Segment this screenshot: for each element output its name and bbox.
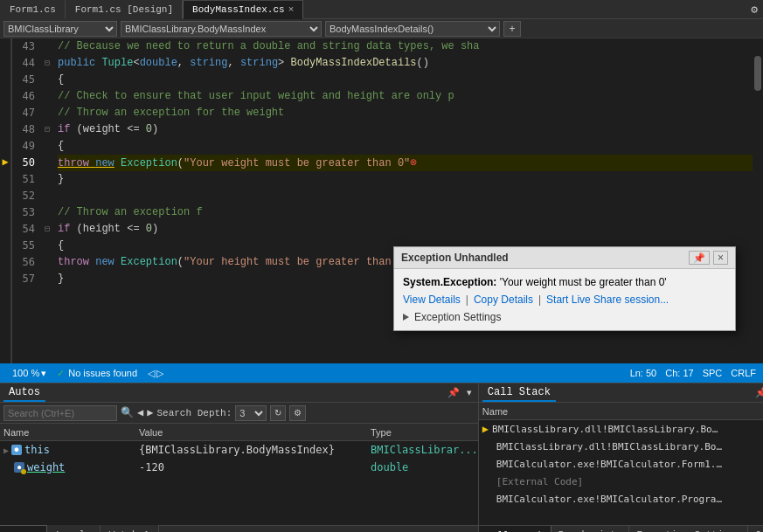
pin-autos-button[interactable]: 📌 — [445, 386, 462, 399]
code-line-50: throw new Exception("Your weight must be… — [58, 155, 753, 171]
search-icon[interactable]: 🔍 — [121, 406, 134, 419]
exception-settings-row: Exception Settings — [403, 311, 726, 323]
vertical-scrollbar[interactable] — [753, 38, 763, 363]
nav-next-icon[interactable]: ▷ — [156, 368, 163, 379]
tab-callstack[interactable]: Call Stack — [479, 525, 551, 532]
code-line-46: // Check to ensure that user input weigh… — [58, 88, 753, 105]
cell-type-this: BMIClassLibrar... — [367, 444, 478, 456]
autos-panel: Autos 📌 ▾ 🔍 ◀ ▶ Search Depth: 3 ↻ ⚙ Name… — [0, 383, 479, 532]
copy-details-link[interactable]: Copy Details — [474, 294, 533, 306]
add-bookmark-button[interactable]: + — [503, 21, 521, 37]
callstack-title: Call Stack — [482, 384, 556, 402]
cs-row-2[interactable]: BMICalculator.exe!BMICalculator.Form1.ca… — [479, 455, 763, 473]
cs-arrow-icon: ▶ — [482, 423, 489, 435]
cs-bottom-tabs: Call Stack Breakpoints Exception Setting… — [479, 525, 763, 532]
exception-controls: 📌 × — [689, 251, 728, 265]
code-line-52 — [58, 188, 753, 204]
status-bar: 100 % ▾ ✓ No issues found ◁ ▷ Ln: 50 Ch:… — [0, 363, 763, 383]
expand-this-icon[interactable]: ▶ — [3, 446, 9, 455]
col-type-header: Type — [367, 427, 478, 438]
nav-prev-icon[interactable]: ◁ — [148, 368, 155, 379]
exception-type: System.Exception: — [403, 276, 496, 288]
exception-header: Exception Unhandled 📌 × — [394, 247, 735, 269]
status-right: Ln: 50 Ch: 17 SPC CRLF — [630, 368, 756, 378]
tab-breakpoints[interactable]: Breakpoints — [551, 525, 630, 532]
tab-comm[interactable]: Comm — [748, 525, 763, 532]
issues-indicator[interactable]: ✓ No issues found — [52, 368, 142, 379]
cs-row-1[interactable]: BMIClassLibrary.dll!BMIClassLibrary.Body… — [479, 438, 763, 455]
code-line-51: } — [58, 171, 753, 188]
issues-text: No issues found — [68, 368, 137, 378]
live-share-link[interactable]: Start Live Share session... — [546, 294, 669, 306]
namespace-dropdown[interactable]: BMIClassLibrary — [3, 21, 117, 37]
col-name-header: Name — [0, 427, 135, 438]
code-line-48: if (weight <= 0) — [58, 121, 753, 138]
exception-body: System.Exception: 'Your weight must be g… — [394, 269, 735, 330]
nav-back-icon[interactable]: ◀ — [137, 406, 143, 419]
tab-bodymassindex[interactable]: BodyMassIndex.cs × — [183, 0, 303, 19]
code-line-45: { — [58, 72, 753, 88]
tab-autos[interactable]: Autos — [0, 525, 47, 532]
exception-message: System.Exception: 'Your weight must be g… — [403, 276, 726, 288]
code-line-53: // Throw an exception f — [58, 204, 753, 221]
expand-indicators: ⊟ ⊟ ⊟ — [40, 38, 54, 363]
depth-label: Search Depth: — [156, 408, 232, 418]
class-dropdown[interactable]: BMIClassLibrary.BodyMassIndex — [121, 21, 322, 37]
collapse-triangle-icon[interactable] — [403, 314, 409, 321]
col-value-header: Value — [135, 427, 367, 438]
pin-cs-button[interactable]: 📌 — [753, 386, 763, 399]
view-details-link[interactable]: View Details — [403, 294, 461, 306]
cs-row-0[interactable]: ▶ BMIClassLibrary.dll!BMIClassLibrary.Bo… — [479, 420, 763, 438]
autos-bottom-tabs: Autos Locals Watch 1 — [0, 525, 478, 532]
tab-close-icon[interactable]: × — [288, 4, 295, 15]
panel-controls-autos: 📌 ▾ — [445, 386, 475, 399]
gutter: ▶ — [0, 38, 12, 363]
depth-selector[interactable]: 3 — [235, 405, 267, 421]
zoom-control[interactable]: 100 % ▾ — [7, 368, 52, 379]
refresh-button[interactable]: ↻ — [270, 405, 286, 421]
callstack-header: Call Stack 📌 ▾ — [479, 383, 763, 403]
nav-toolbar: BMIClassLibrary BMIClassLibrary.BodyMass… — [0, 19, 763, 38]
exception-settings-label[interactable]: Exception Settings — [414, 311, 501, 323]
tab-watch1[interactable]: Watch 1 — [101, 525, 159, 532]
field-icon: ● — [14, 462, 24, 473]
code-line-43: // Because we need to return a double an… — [58, 38, 753, 55]
table-body: ▶ ● this {BMIClassLibrary.BodyMassIndex}… — [0, 441, 478, 525]
cs-text-0: BMIClassLibrary.dll!BMIClassLibrary.Body… — [492, 424, 719, 435]
cell-value-this: {BMIClassLibrary.BodyMassIndex} — [135, 444, 367, 456]
obj-icon: ● — [11, 445, 22, 455]
exception-pin-button[interactable]: 📌 — [689, 251, 710, 265]
code-line-49: { — [58, 138, 753, 155]
cs-body: ▶ BMIClassLibrary.dll!BMIClassLibrary.Bo… — [479, 420, 763, 525]
cell-value-weight: -120 — [135, 461, 367, 473]
exception-close-button[interactable]: × — [713, 251, 728, 265]
code-line-44: public Tuple<double, string, string> Bod… — [58, 55, 753, 72]
table-header: Name Value Type — [0, 424, 478, 441]
table-row[interactable]: ● weight -120 double — [0, 459, 478, 476]
tab-locals[interactable]: Locals — [47, 525, 101, 532]
tab-form1cs-design[interactable]: Form1.cs [Design] — [66, 0, 183, 19]
cs-row-4[interactable]: BMICalculator.exe!BMICalculator.Program.… — [479, 490, 763, 508]
line-numbers: 43 44 45 46 47 48 49 50 51 52 53 54 55 5… — [12, 38, 40, 363]
settings-autos-button[interactable]: ⚙ — [289, 405, 306, 421]
issues-icon: ✓ — [57, 368, 65, 379]
settings-icon[interactable]: ⚙ — [746, 3, 763, 17]
cs-col-header: Name — [479, 403, 763, 420]
method-dropdown[interactable]: BodyMassIndexDetails() — [325, 21, 500, 37]
nav-fwd-icon[interactable]: ▶ — [147, 406, 153, 419]
tab-exception-settings[interactable]: Exception Settings — [629, 525, 748, 532]
nav-arrows: ◁ ▷ — [142, 368, 169, 379]
table-row[interactable]: ▶ ● this {BMIClassLibrary.BodyMassIndex}… — [0, 441, 478, 459]
tab-bar: Form1.cs Form1.cs [Design] BodyMassIndex… — [0, 0, 763, 19]
code-line-54: if (height <= 0) — [58, 221, 753, 238]
editor-container: ▶ 43 44 45 46 47 48 49 50 51 52 53 54 55… — [0, 38, 763, 363]
callstack-controls: 📌 ▾ — [753, 386, 763, 399]
search-input[interactable] — [3, 405, 117, 421]
cs-row-3[interactable]: [External Code] — [479, 473, 763, 490]
bottom-panel: Autos 📌 ▾ 🔍 ◀ ▶ Search Depth: 3 ↻ ⚙ Name… — [0, 383, 763, 532]
collapse-autos-button[interactable]: ▾ — [464, 386, 475, 399]
tab-form1cs[interactable]: Form1.cs — [0, 0, 66, 19]
callstack-panel: Call Stack 📌 ▾ Name ▶ BMIClassLibrary.dl… — [479, 383, 763, 532]
cs-text-2: BMICalculator.exe!BMICalculator.Form1.ca… — [496, 459, 724, 470]
cs-text-1: BMIClassLibrary.dll!BMIClassLibrary.Body… — [496, 441, 724, 453]
